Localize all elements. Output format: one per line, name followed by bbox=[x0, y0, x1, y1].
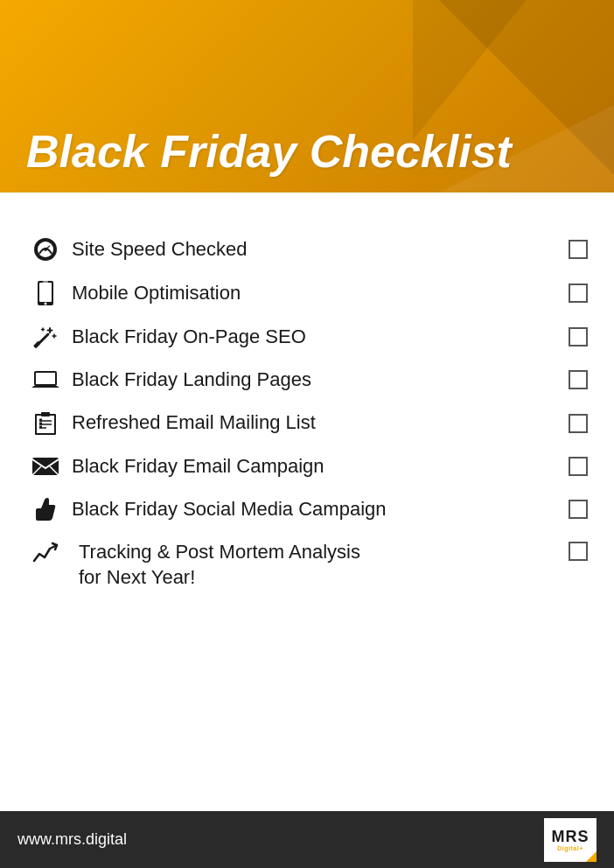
seo-text: Black Friday On-Page SEO bbox=[65, 325, 560, 350]
list-item: Black Friday On-Page SEO bbox=[26, 315, 588, 359]
svg-rect-24 bbox=[39, 418, 42, 421]
tracking-text-line1: Tracking & Post Mortem Analysis bbox=[72, 540, 560, 565]
social-media-checkbox[interactable] bbox=[569, 500, 588, 519]
list-item: Black Friday Social Media Campaign bbox=[26, 487, 588, 531]
site-speed-checkbox[interactable] bbox=[569, 240, 588, 259]
seo-checkbox[interactable] bbox=[569, 327, 588, 346]
checklist: Site Speed Checked Mobile Optimisation bbox=[26, 228, 588, 598]
landing-pages-checkbox[interactable] bbox=[569, 370, 588, 389]
svg-rect-7 bbox=[43, 282, 48, 283]
email-list-checkbox[interactable] bbox=[569, 414, 588, 433]
footer-logo-text: MRS bbox=[552, 829, 590, 844]
email-campaign-icon bbox=[26, 455, 65, 478]
tracking-text-line2: for Next Year! bbox=[72, 565, 560, 591]
mobile-opt-text: Mobile Optimisation bbox=[65, 281, 560, 306]
footer-logo: MRS Digital+ bbox=[544, 818, 597, 862]
footer-logo-sub: Digital+ bbox=[557, 845, 583, 851]
social-media-icon bbox=[26, 496, 65, 522]
tracking-icon bbox=[26, 540, 65, 564]
svg-rect-27 bbox=[32, 458, 59, 475]
list-item: Black Friday Landing Pages bbox=[26, 359, 588, 402]
email-list-icon bbox=[26, 410, 65, 437]
svg-rect-20 bbox=[41, 412, 50, 416]
header: Black Friday Checklist bbox=[0, 0, 614, 192]
list-item: Black Friday Email Campaign bbox=[26, 445, 588, 488]
svg-rect-17 bbox=[36, 373, 55, 384]
svg-rect-26 bbox=[39, 425, 42, 428]
svg-point-6 bbox=[45, 303, 47, 305]
list-item: Site Speed Checked bbox=[26, 228, 588, 271]
mobile-icon bbox=[26, 280, 65, 306]
seo-icon bbox=[26, 324, 65, 350]
landing-pages-text: Black Friday Landing Pages bbox=[65, 368, 560, 393]
footer: www.mrs.digital MRS Digital+ bbox=[0, 811, 614, 868]
site-speed-icon bbox=[26, 236, 65, 262]
landing-pages-icon bbox=[26, 369, 65, 390]
social-media-text: Black Friday Social Media Campaign bbox=[65, 497, 560, 522]
list-item: Refreshed Email Mailing List bbox=[26, 402, 588, 445]
email-list-text: Refreshed Email Mailing List bbox=[65, 410, 560, 436]
list-item: Tracking & Post Mortem Analysis for Next… bbox=[26, 531, 588, 598]
svg-rect-5 bbox=[39, 283, 52, 302]
email-campaign-text: Black Friday Email Campaign bbox=[65, 454, 560, 480]
footer-url: www.mrs.digital bbox=[17, 830, 127, 849]
footer-logo-corner bbox=[586, 851, 597, 862]
list-item: Mobile Optimisation bbox=[26, 271, 588, 315]
site-speed-text: Site Speed Checked bbox=[65, 237, 560, 262]
tracking-checkbox[interactable] bbox=[569, 542, 588, 561]
svg-rect-25 bbox=[39, 422, 42, 424]
page-title: Black Friday Checklist bbox=[26, 127, 512, 177]
mobile-opt-checkbox[interactable] bbox=[569, 284, 588, 303]
email-campaign-checkbox[interactable] bbox=[569, 457, 588, 476]
main-content: Site Speed Checked Mobile Optimisation bbox=[0, 192, 614, 616]
